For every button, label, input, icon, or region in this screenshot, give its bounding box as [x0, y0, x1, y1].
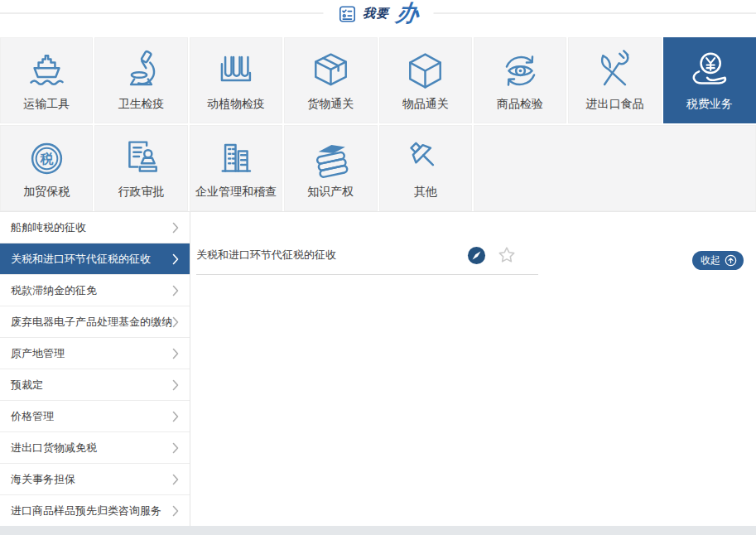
utensils-icon — [593, 49, 637, 93]
hand-coin-icon — [687, 49, 731, 93]
sidebar-item-label: 海关事务担保 — [11, 472, 75, 487]
section-badge: 我要 办 — [323, 2, 433, 25]
chevron-right-icon — [172, 474, 179, 485]
checklist-icon — [338, 5, 356, 23]
tile-label: 税费业务 — [686, 97, 733, 112]
sidebar-item-label: 原产地管理 — [11, 346, 65, 361]
chevron-right-icon — [172, 379, 179, 391]
sidebar-item-weee-fund-payment[interactable]: 废弃电器电子产品处理基金的缴纳 — [0, 306, 190, 338]
microscope-icon — [119, 49, 163, 93]
tile-label: 商品检验 — [497, 97, 543, 112]
tile-label: 卫生检疫 — [118, 97, 165, 112]
chevron-right-icon — [172, 316, 179, 328]
tile-tax-business[interactable]: 税费业务 — [663, 37, 756, 123]
cube-icon — [403, 49, 447, 93]
sidebar-item-ship-tonnage-tax[interactable]: 船舶吨税的征收 — [0, 212, 190, 243]
sidebar-item-price-management[interactable]: 价格管理 — [0, 401, 190, 432]
chevron-right-icon — [172, 222, 179, 234]
tile-cargo-clearance[interactable]: 货物通关 — [284, 37, 377, 123]
sidebar-menu: 船舶吨税的征收 关税和进口环节代征税的征收 税款滞纳金的征免 废弃电器电子产品处… — [0, 212, 190, 526]
content-area: 关税和进口环节代征税的征收 — [190, 212, 756, 526]
chevron-right-icon — [172, 348, 179, 359]
sidebar-item-customs-affairs-guarantee[interactable]: 海关事务担保 — [0, 464, 190, 495]
chevron-right-icon — [172, 411, 179, 422]
sidebar-item-label: 税款滞纳金的征免 — [11, 283, 97, 298]
tile-label: 货物通关 — [307, 97, 354, 112]
tile-transport-tools[interactable]: 运输工具 — [0, 37, 93, 123]
tile-intellectual-property[interactable]: 知识产权 — [284, 125, 377, 211]
tile-label: 加贸保税 — [23, 185, 70, 200]
sidebar-item-label: 价格管理 — [11, 409, 54, 424]
sidebar-item-late-payment-fee[interactable]: 税款滞纳金的征免 — [0, 275, 190, 306]
tile-enterprise-management-audit[interactable]: 企业管理和稽查 — [190, 125, 282, 211]
eye-sync-icon — [498, 49, 542, 93]
chevron-right-icon — [172, 253, 179, 265]
sidebar-item-pre-classification-consulting[interactable]: 进口商品样品预先归类咨询服务 — [0, 495, 190, 526]
test-tubes-icon — [214, 49, 258, 93]
tile-commodity-inspection[interactable]: 商品检验 — [474, 37, 566, 123]
title-icons — [467, 245, 538, 265]
tile-label: 企业管理和稽查 — [195, 185, 277, 200]
category-grid: 运输工具 卫生检疫 动植物检疫 货物通关 物品通关 商品检验 进出口食品 税费业… — [0, 37, 756, 211]
tile-import-export-food[interactable]: 进出口食品 — [568, 37, 661, 123]
page: 我要 办 运输工具 卫生检疫 动植物检疫 货物通关 物品通关 商品检验 进出口食… — [0, 0, 756, 535]
content-title-row: 关税和进口环节代征税的征收 — [196, 245, 756, 275]
books-icon — [309, 137, 353, 181]
sidebar-item-advance-ruling[interactable]: 预裁定 — [0, 369, 190, 401]
chevron-right-icon — [172, 505, 179, 517]
tile-label: 其他 — [414, 185, 437, 200]
header: 我要 办 — [0, 0, 756, 37]
chevron-right-icon — [172, 442, 179, 454]
pushpin-icon — [403, 137, 447, 181]
tile-label: 运输工具 — [23, 97, 70, 112]
tile-label: 动植物检疫 — [207, 97, 265, 112]
sidebar-item-label: 废弃电器电子产品处理基金的缴纳 — [11, 315, 172, 330]
sidebar-item-label: 预裁定 — [11, 378, 43, 393]
chevron-right-icon — [172, 285, 179, 296]
collapse-button-label: 收起 — [701, 253, 720, 268]
tile-animal-plant-quarantine[interactable]: 动植物检疫 — [190, 37, 282, 123]
tile-label: 进出口食品 — [585, 97, 643, 112]
content-title-block: 关税和进口环节代征税的征收 — [196, 245, 538, 275]
sidebar-item-tariff-import-link-tax[interactable]: 关税和进口环节代征税的征收 — [0, 243, 190, 275]
sidebar-item-label: 进口商品样品预先归类咨询服务 — [11, 504, 161, 518]
page-title-suffix: 办 — [394, 2, 420, 25]
sidebar-item-duty-reduction-exemption[interactable]: 进出口货物减免税 — [0, 432, 190, 464]
svg-text:税: 税 — [39, 152, 53, 166]
sidebar-item-origin-management[interactable]: 原产地管理 — [0, 338, 190, 369]
bottom-strip — [0, 526, 756, 535]
collapse-button[interactable]: 收起 — [692, 251, 744, 270]
tile-processing-trade-bonded[interactable]: 税 加贸保税 — [0, 125, 93, 211]
sidebar-item-label: 船舶吨税的征收 — [11, 220, 86, 235]
ship-icon — [25, 49, 69, 93]
compass-icon[interactable] — [467, 246, 486, 265]
tile-health-quarantine[interactable]: 卫生检疫 — [94, 37, 187, 123]
arrow-up-circle-icon — [725, 254, 737, 267]
star-icon[interactable] — [497, 245, 517, 265]
stamp-doc-icon — [119, 137, 163, 181]
tile-administrative-approval[interactable]: 行政审批 — [94, 125, 187, 211]
package-icon — [309, 49, 353, 93]
tile-others[interactable]: 其他 — [379, 125, 472, 211]
tile-label: 知识产权 — [307, 185, 354, 200]
page-title-prefix: 我要 — [363, 6, 389, 22]
tax-circle-icon: 税 — [25, 137, 69, 181]
main-panel: 船舶吨税的征收 关税和进口环节代征税的征收 税款滞纳金的征免 废弃电器电子产品处… — [0, 211, 756, 526]
tile-articles-clearance[interactable]: 物品通关 — [379, 37, 472, 123]
grid-filler — [474, 125, 756, 211]
content-title: 关税和进口环节代征税的征收 — [196, 248, 336, 263]
buildings-icon — [214, 137, 258, 181]
tile-label: 物品通关 — [402, 97, 449, 112]
tile-label: 行政审批 — [118, 185, 165, 200]
sidebar-item-label: 关税和进口环节代征税的征收 — [11, 252, 151, 267]
sidebar-item-label: 进出口货物减免税 — [11, 441, 97, 455]
